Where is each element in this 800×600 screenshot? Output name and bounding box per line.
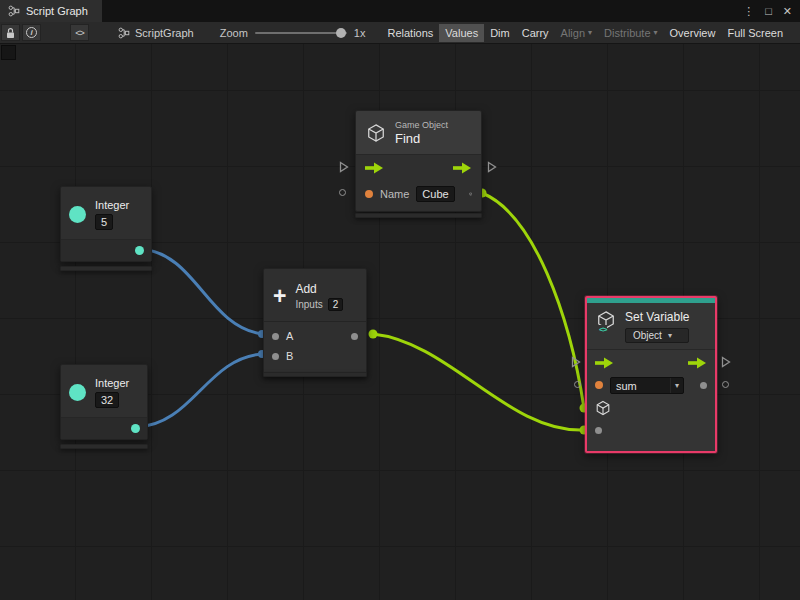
value-in-marker-icon[interactable] (574, 381, 581, 388)
chevron-down-icon: ▾ (654, 29, 658, 37)
graph-toolbar: i <> ScriptGraph Zoom 1x Relations Value… (0, 22, 800, 44)
game-object-cube-icon (366, 123, 386, 143)
close-icon[interactable]: ✕ (783, 5, 792, 18)
zoom-slider[interactable] (255, 32, 347, 34)
output-port-dot[interactable] (131, 424, 140, 433)
node-footer-bar (263, 372, 367, 377)
flow-in-marker-icon[interactable] (339, 161, 349, 173)
value-out-marker-icon[interactable] (722, 381, 729, 388)
input-b-label: B (286, 350, 293, 362)
chevron-down-icon: ▾ (588, 29, 592, 37)
node-title: Add (295, 282, 343, 296)
variable-name-dropdown[interactable]: sum ▾ (610, 377, 684, 394)
node-footer-bar (60, 266, 152, 271)
zoom-label: Zoom (220, 27, 248, 39)
inputs-label: Inputs (295, 299, 322, 310)
node-add[interactable]: + Add Inputs 2 A B (263, 268, 367, 375)
flow-in-marker-icon[interactable] (571, 356, 581, 368)
name-input-port-dot[interactable] (365, 190, 373, 198)
node-integer-32[interactable]: Integer 32 (60, 364, 148, 440)
info-button[interactable]: i (22, 24, 41, 41)
sum-output-port-dot[interactable] (351, 333, 358, 340)
input-a-port-dot[interactable] (272, 333, 279, 340)
maximize-icon[interactable]: □ (765, 5, 772, 17)
graph-breadcrumb[interactable]: ScriptGraph (118, 27, 194, 39)
add-icon: + (273, 285, 286, 307)
integer-value-field[interactable]: 5 (95, 214, 113, 230)
node-set-variable[interactable]: <> Set Variable Object ▾ sum ▾ (585, 296, 717, 453)
code-icon: <> (598, 325, 607, 334)
node-title: Find (395, 131, 448, 146)
target-object-cube-icon[interactable] (595, 400, 611, 416)
name-param-label: Name (380, 188, 409, 200)
value-in-marker-icon[interactable] (339, 189, 346, 196)
node-footer-bar (355, 213, 482, 218)
zoom-value: 1x (354, 27, 366, 39)
inputs-count-field[interactable]: 2 (328, 298, 344, 311)
code-icon: <> (75, 28, 84, 38)
integer-type-icon (69, 384, 86, 401)
node-title: Set Variable (625, 310, 689, 324)
script-graph-icon (8, 5, 20, 17)
code-view-button[interactable]: <> (70, 24, 89, 41)
variable-output-port-dot[interactable] (700, 382, 707, 389)
align-button[interactable]: Align ▾ (555, 24, 598, 42)
window-menu-icon[interactable]: ⋮ (743, 5, 754, 18)
node-title: Integer (95, 199, 129, 211)
integer-type-icon (69, 206, 86, 223)
chevron-down-icon: ▾ (668, 332, 672, 340)
lock-button[interactable] (1, 24, 20, 41)
tab-title: Script Graph (26, 5, 88, 17)
flow-out-marker-icon[interactable] (721, 356, 731, 368)
flow-in-arrow-icon[interactable] (365, 162, 384, 174)
script-graph-icon (118, 27, 130, 39)
lock-icon (5, 27, 16, 39)
chevron-down-icon: ▾ (670, 378, 683, 393)
flow-out-marker-icon[interactable] (487, 161, 497, 173)
distribute-button[interactable]: Distribute ▾ (598, 24, 663, 42)
flow-out-arrow-icon[interactable] (453, 162, 472, 174)
node-title: Integer (95, 377, 129, 389)
gameobject-output-cube-icon[interactable] (469, 186, 472, 202)
zoom-slider-handle[interactable] (336, 28, 346, 38)
node-category: Game Object (395, 120, 448, 130)
set-variable-icon: <> (596, 310, 616, 330)
info-icon: i (26, 27, 37, 38)
value-input-port-dot[interactable] (595, 427, 602, 434)
variable-name-port-dot[interactable] (595, 381, 603, 389)
input-b-port-dot[interactable] (272, 353, 279, 360)
node-gameobject-find[interactable]: Game Object Find Name Cube (355, 110, 482, 212)
relations-button[interactable]: Relations (381, 24, 439, 42)
input-a-label: A (286, 330, 293, 342)
canvas-corner-toggle[interactable] (1, 45, 16, 60)
name-param-field[interactable]: Cube (416, 186, 454, 202)
overview-button[interactable]: Overview (664, 24, 722, 42)
graph-name: ScriptGraph (135, 27, 194, 39)
flow-in-arrow-icon[interactable] (595, 357, 614, 369)
node-integer-5[interactable]: Integer 5 (60, 186, 152, 262)
flow-out-arrow-icon[interactable] (688, 357, 707, 369)
carry-button[interactable]: Carry (516, 24, 555, 42)
full-screen-button[interactable]: Full Screen (721, 24, 789, 42)
values-button[interactable]: Values (439, 24, 484, 42)
output-port-dot[interactable] (135, 246, 144, 255)
window-titlebar: Script Graph ⋮ □ ✕ (0, 0, 800, 22)
tab-script-graph[interactable]: Script Graph (0, 0, 102, 22)
variable-kind-dropdown[interactable]: Object ▾ (625, 328, 689, 343)
integer-value-field[interactable]: 32 (95, 392, 119, 408)
dim-button[interactable]: Dim (484, 24, 516, 42)
node-footer-bar (60, 444, 148, 449)
